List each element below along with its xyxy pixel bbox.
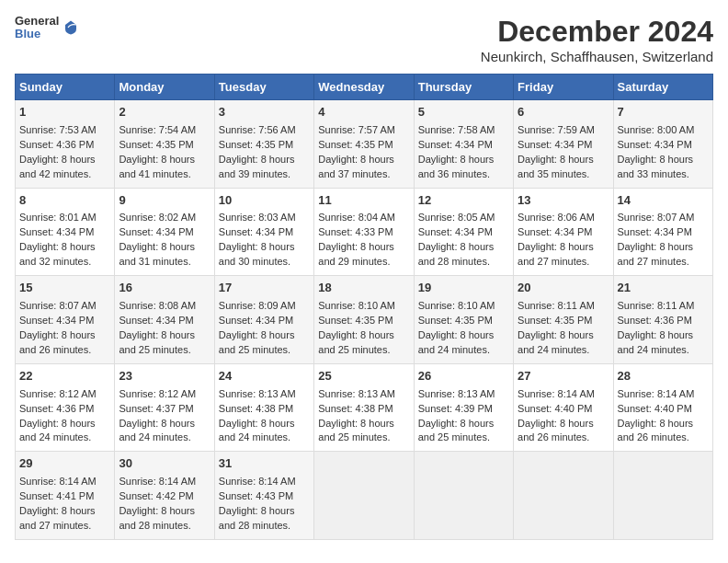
week-row-3: 15Sunrise: 8:07 AMSunset: 4:34 PMDayligh…: [16, 276, 713, 364]
day-number: 1: [19, 104, 110, 121]
day-info: Sunrise: 7:59 AM: [518, 123, 609, 138]
day-info: Daylight: 8 hours: [119, 504, 210, 519]
day-info: Daylight: 8 hours: [219, 240, 310, 255]
table-cell: 19Sunrise: 8:10 AMSunset: 4:35 PMDayligh…: [414, 276, 513, 364]
day-number: 9: [119, 192, 210, 210]
table-cell: 28Sunrise: 8:14 AMSunset: 4:40 PMDayligh…: [613, 363, 712, 452]
table-cell: [314, 452, 414, 540]
day-info: Daylight: 8 hours: [618, 240, 709, 255]
day-info: Sunrise: 8:05 AM: [418, 211, 509, 225]
day-info: Daylight: 8 hours: [618, 153, 709, 167]
day-info: Sunrise: 8:13 AM: [219, 387, 310, 402]
table-cell: 14Sunrise: 8:07 AMSunset: 4:34 PMDayligh…: [613, 188, 712, 276]
day-info: and 37 minutes.: [318, 167, 409, 182]
day-info: Daylight: 8 hours: [618, 328, 709, 343]
day-info: and 41 minutes.: [119, 167, 210, 182]
calendar-table: Sunday Monday Tuesday Wednesday Thursday…: [15, 74, 713, 540]
table-cell: 7Sunrise: 8:00 AMSunset: 4:34 PMDaylight…: [613, 100, 712, 189]
day-info: and 28 minutes.: [119, 519, 210, 534]
table-cell: 1Sunrise: 7:53 AMSunset: 4:36 PMDaylight…: [16, 100, 115, 189]
day-number: 3: [219, 104, 310, 121]
day-info: and 26 minutes.: [518, 431, 609, 445]
day-info: Sunset: 4:35 PM: [318, 314, 409, 328]
table-cell: 21Sunrise: 8:11 AMSunset: 4:36 PMDayligh…: [613, 276, 712, 364]
day-number: 19: [418, 280, 509, 297]
day-info: Daylight: 8 hours: [119, 417, 210, 431]
day-info: Sunrise: 8:14 AM: [518, 387, 609, 402]
day-info: Sunset: 4:34 PM: [518, 138, 609, 153]
logo: General Blue: [15, 15, 79, 41]
day-info: Daylight: 8 hours: [219, 153, 310, 167]
day-info: and 30 minutes.: [219, 255, 310, 270]
table-cell: 26Sunrise: 8:13 AMSunset: 4:39 PMDayligh…: [414, 363, 513, 452]
day-info: Daylight: 8 hours: [219, 417, 310, 431]
day-info: and 25 minutes.: [318, 431, 409, 445]
day-info: Sunset: 4:38 PM: [219, 402, 310, 417]
day-info: Sunrise: 8:12 AM: [119, 387, 210, 402]
day-info: and 28 minutes.: [219, 519, 310, 534]
day-info: and 24 minutes.: [418, 343, 509, 358]
title-area: December 2024 Neunkirch, Schaffhausen, S…: [481, 15, 713, 64]
table-cell: [514, 452, 613, 540]
day-number: 27: [518, 368, 609, 385]
day-info: Daylight: 8 hours: [119, 153, 210, 167]
day-info: and 24 minutes.: [618, 343, 709, 358]
day-info: and 28 minutes.: [418, 255, 509, 270]
day-info: Daylight: 8 hours: [418, 153, 509, 167]
day-info: Daylight: 8 hours: [219, 328, 310, 343]
day-info: Daylight: 8 hours: [119, 240, 210, 255]
day-info: Sunset: 4:34 PM: [518, 225, 609, 240]
table-cell: 5Sunrise: 7:58 AMSunset: 4:34 PMDaylight…: [414, 100, 513, 189]
day-info: Sunrise: 8:10 AM: [318, 299, 409, 314]
day-info: Sunset: 4:35 PM: [119, 138, 210, 153]
day-info: Sunset: 4:33 PM: [318, 225, 409, 240]
day-info: Sunset: 4:37 PM: [119, 402, 210, 417]
day-info: Sunrise: 8:11 AM: [618, 299, 709, 314]
header-tuesday: Tuesday: [214, 75, 313, 100]
day-info: Sunset: 4:35 PM: [418, 314, 509, 328]
day-info: Sunrise: 7:58 AM: [418, 123, 509, 138]
day-info: and 32 minutes.: [19, 255, 110, 270]
table-cell: 25Sunrise: 8:13 AMSunset: 4:38 PMDayligh…: [314, 363, 414, 452]
table-cell: 31Sunrise: 8:14 AMSunset: 4:43 PMDayligh…: [214, 452, 313, 540]
day-info: Sunrise: 8:11 AM: [518, 299, 609, 314]
day-info: Daylight: 8 hours: [318, 328, 409, 343]
table-cell: 18Sunrise: 8:10 AMSunset: 4:35 PMDayligh…: [314, 276, 414, 364]
day-info: and 24 minutes.: [119, 431, 210, 445]
header-row: Sunday Monday Tuesday Wednesday Thursday…: [16, 75, 713, 100]
header-saturday: Saturday: [613, 75, 712, 100]
day-info: Sunrise: 8:12 AM: [19, 387, 110, 402]
day-info: Sunset: 4:36 PM: [19, 402, 110, 417]
day-info: Sunset: 4:34 PM: [418, 138, 509, 153]
day-info: and 42 minutes.: [19, 167, 110, 182]
day-number: 21: [618, 280, 709, 297]
day-info: Sunrise: 8:14 AM: [19, 475, 110, 489]
day-number: 14: [618, 192, 709, 210]
day-info: Daylight: 8 hours: [219, 504, 310, 519]
table-cell: 20Sunrise: 8:11 AMSunset: 4:35 PMDayligh…: [514, 276, 613, 364]
day-info: Sunset: 4:34 PM: [618, 225, 709, 240]
table-cell: 9Sunrise: 8:02 AMSunset: 4:34 PMDaylight…: [115, 188, 214, 276]
day-info: and 33 minutes.: [618, 167, 709, 182]
table-cell: 22Sunrise: 8:12 AMSunset: 4:36 PMDayligh…: [16, 363, 115, 452]
day-number: 22: [19, 368, 110, 385]
day-number: 31: [219, 455, 310, 473]
table-cell: [613, 452, 712, 540]
day-info: Daylight: 8 hours: [318, 153, 409, 167]
day-number: 15: [19, 280, 110, 297]
day-number: 12: [418, 192, 509, 210]
week-row-1: 1Sunrise: 7:53 AMSunset: 4:36 PMDaylight…: [16, 100, 713, 189]
day-info: Sunset: 4:39 PM: [418, 402, 509, 417]
day-info: Sunrise: 8:01 AM: [19, 211, 110, 225]
day-number: 13: [518, 192, 609, 210]
day-number: 23: [119, 368, 210, 385]
header-wednesday: Wednesday: [314, 75, 414, 100]
day-info: and 24 minutes.: [19, 431, 110, 445]
day-info: Sunrise: 8:07 AM: [19, 299, 110, 314]
table-cell: 11Sunrise: 8:04 AMSunset: 4:33 PMDayligh…: [314, 188, 414, 276]
day-number: 28: [618, 368, 709, 385]
page-header: General Blue December 2024 Neunkirch, Sc…: [15, 15, 713, 64]
day-info: Daylight: 8 hours: [119, 328, 210, 343]
table-cell: 12Sunrise: 8:05 AMSunset: 4:34 PMDayligh…: [414, 188, 513, 276]
table-cell: 4Sunrise: 7:57 AMSunset: 4:35 PMDaylight…: [314, 100, 414, 189]
